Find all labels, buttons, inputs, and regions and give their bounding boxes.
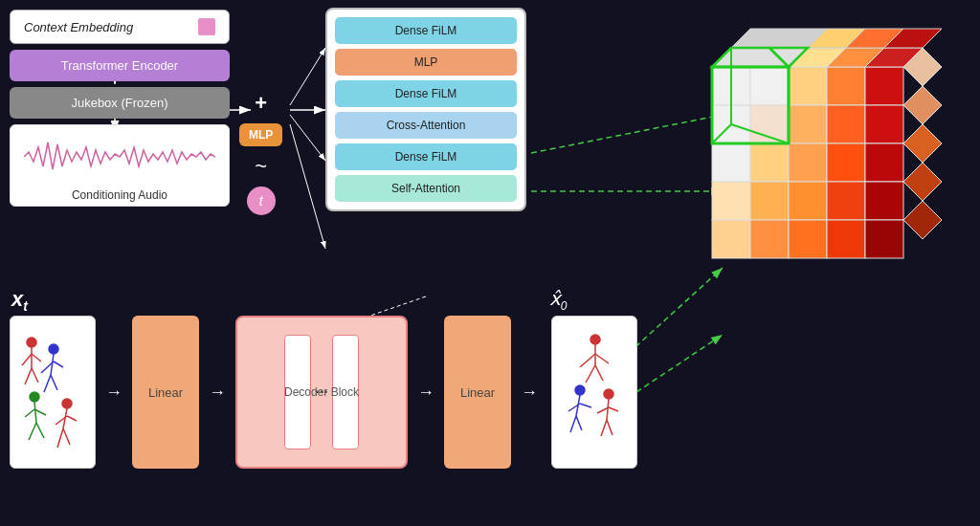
svg-point-77	[30, 392, 39, 402]
mlp-badge: MLP	[239, 123, 282, 146]
cube-svg	[702, 19, 961, 277]
svg-line-102	[607, 399, 609, 420]
svg-point-95	[575, 385, 585, 395]
svg-line-94	[595, 365, 603, 381]
svg-line-81	[29, 423, 36, 440]
svg-line-86	[67, 416, 77, 421]
tilde-symbol: ~	[255, 154, 267, 179]
conditioning-audio-box: Conditioning Audio	[10, 124, 230, 207]
svg-rect-40	[789, 220, 827, 258]
svg-point-71	[49, 344, 58, 354]
svg-rect-37	[865, 182, 903, 220]
svg-point-101	[604, 389, 613, 399]
svg-line-7	[290, 48, 325, 105]
main-canvas: Context Embedding Transformer Encoder Ju…	[0, 0, 980, 526]
svg-line-105	[601, 420, 607, 436]
left-panel: Context Embedding Transformer Encoder Ju…	[10, 10, 230, 208]
conditioning-audio-label: Conditioning Audio	[20, 188, 219, 202]
waveform-icon	[24, 133, 215, 181]
x0hat-pose-box	[551, 316, 637, 469]
svg-line-92	[595, 354, 609, 363]
svg-line-104	[609, 407, 618, 411]
svg-rect-33	[712, 182, 750, 220]
jukebox-label: Jukebox (Frozen)	[71, 96, 167, 110]
svg-line-82	[36, 423, 44, 438]
arrow-1: →	[101, 383, 126, 403]
t-circle: t	[247, 186, 276, 215]
decoder-block-wide: ··· Decoder Block	[235, 316, 408, 469]
svg-line-8	[290, 115, 325, 161]
transformer-encoder-box: Transformer Encoder	[10, 50, 230, 81]
arrow-2: →	[205, 383, 230, 403]
svg-rect-34	[750, 182, 789, 220]
svg-rect-26	[827, 105, 865, 143]
xt-pose-box	[10, 316, 96, 469]
arrow-4: →	[517, 383, 542, 403]
linear-box-1: Linear	[132, 316, 199, 469]
svg-rect-29	[750, 143, 789, 182]
plus-symbol: +	[255, 91, 267, 116]
svg-line-78	[34, 402, 36, 423]
svg-line-74	[54, 362, 63, 367]
svg-line-67	[22, 354, 32, 365]
svg-line-93	[586, 365, 595, 383]
svg-rect-21	[827, 67, 865, 105]
svg-line-69	[25, 368, 32, 384]
svg-point-83	[62, 399, 72, 408]
decoder-block-label: Decoder Block	[284, 385, 359, 399]
svg-rect-38	[712, 220, 750, 258]
svg-line-10	[531, 115, 723, 153]
linear-box-2: Linear	[444, 316, 511, 469]
svg-rect-25	[789, 105, 827, 143]
self-attention-block: Self-Attention	[335, 175, 517, 202]
svg-line-88	[63, 428, 70, 445]
decoder-stack: Dense FiLM MLP Dense FiLM Cross-Attentio…	[325, 8, 526, 211]
pose-figures-xt	[17, 325, 89, 459]
svg-line-79	[25, 409, 34, 417]
middle-ops: + MLP ~ t	[239, 91, 282, 215]
svg-rect-35	[789, 182, 827, 220]
svg-line-68	[32, 354, 41, 362]
transformer-encoder-label: Transformer Encoder	[61, 58, 178, 73]
context-embedding-box: Context Embedding	[10, 10, 230, 44]
svg-line-87	[57, 428, 63, 448]
svg-line-76	[51, 375, 57, 390]
svg-line-98	[580, 404, 591, 407]
svg-rect-30	[789, 143, 827, 182]
svg-line-100	[576, 416, 582, 430]
svg-point-65	[27, 338, 36, 347]
svg-rect-36	[827, 182, 865, 220]
svg-line-9	[290, 124, 325, 249]
dense-film-top: Dense FiLM	[335, 17, 517, 44]
svg-marker-56	[903, 163, 942, 201]
svg-rect-31	[827, 143, 865, 182]
3d-cube-visualization	[702, 19, 961, 277]
svg-rect-27	[865, 105, 903, 143]
svg-line-70	[32, 368, 38, 383]
cross-attention-block: Cross-Attention	[335, 112, 517, 139]
svg-line-99	[570, 416, 576, 432]
dense-film-mid: Dense FiLM	[335, 80, 517, 107]
svg-rect-20	[789, 67, 827, 105]
svg-point-89	[590, 335, 600, 344]
xt-label: xt	[11, 287, 28, 314]
svg-rect-19	[750, 67, 789, 105]
svg-rect-39	[750, 220, 789, 258]
svg-rect-32	[865, 143, 903, 182]
svg-marker-57	[903, 201, 942, 239]
pose-figures-x0hat	[559, 325, 631, 459]
dense-film-bottom: Dense FiLM	[335, 143, 517, 170]
svg-rect-41	[827, 220, 865, 258]
arrow-3: →	[413, 383, 438, 403]
x0hat-label: x̂0	[549, 287, 568, 313]
svg-line-91	[580, 354, 595, 367]
svg-line-75	[44, 375, 51, 392]
svg-rect-42	[865, 220, 903, 258]
svg-marker-55	[903, 124, 942, 163]
svg-marker-54	[903, 86, 942, 124]
svg-rect-28	[712, 143, 750, 182]
svg-line-106	[607, 420, 612, 435]
svg-rect-22	[865, 67, 903, 105]
mlp-stack-block: MLP	[335, 49, 517, 76]
pink-square-icon	[198, 18, 215, 35]
